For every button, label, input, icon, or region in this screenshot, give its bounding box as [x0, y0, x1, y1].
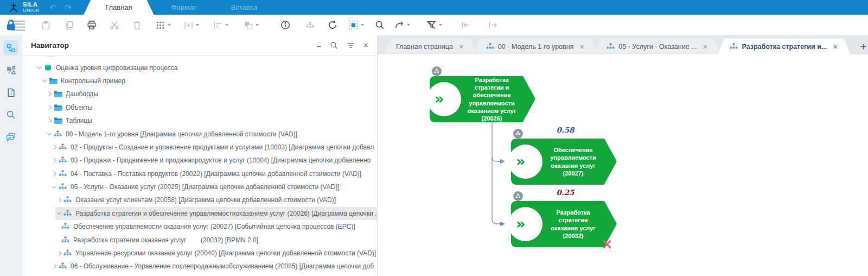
document-tab[interactable]: Разработка стратегии и...× — [718, 39, 850, 54]
arrange-icon[interactable] — [244, 19, 253, 31]
collapse-right-icon[interactable] — [488, 19, 497, 31]
menu-tab-Вставка[interactable]: Вставка — [214, 0, 275, 15]
align-icon[interactable] — [213, 19, 222, 31]
rail-navigator-icon[interactable] — [3, 40, 18, 55]
tree-row[interactable]: 06 - Обслуживание - Управление послепрод… — [22, 260, 377, 273]
navigator-filter-icon[interactable] — [347, 41, 355, 49]
tree-row[interactable]: Объекты — [22, 101, 377, 114]
expand-chevron-icon[interactable] — [50, 172, 58, 175]
lock-pages-icon[interactable] — [7, 19, 26, 31]
undo-icon[interactable]: ↶ — [49, 3, 56, 11]
tree-row[interactable]: 02 - Продукты - Создание и управление пр… — [22, 141, 377, 154]
filter-dropdown-caret[interactable] — [439, 24, 442, 26]
expand-chevron-icon[interactable] — [55, 198, 62, 202]
tree-row[interactable]: 03 - Продажи - Продвижение и продажапрод… — [22, 154, 377, 167]
print-icon[interactable] — [87, 19, 97, 31]
selection-icon[interactable] — [348, 19, 358, 31]
distribute-icon[interactable] — [184, 19, 193, 31]
tree-row[interactable]: Оказание услуг клиентам (20058) [Диаграм… — [22, 193, 377, 206]
tree-row[interactable]: 05 - Услуги - Оказание услуг (20025) [Ди… — [22, 180, 377, 193]
menu-tab-Формат[interactable]: Формат — [154, 0, 214, 15]
shape-notch — [508, 207, 542, 241]
shape-notch — [508, 145, 542, 179]
connector-line[interactable] — [492, 122, 500, 224]
expand-chevron-icon[interactable] — [46, 106, 53, 109]
grid-icon[interactable] — [156, 19, 165, 31]
tab-close-icon[interactable]: × — [458, 42, 464, 51]
distribute-dropdown-caret[interactable] — [196, 24, 199, 26]
info-icon[interactable] — [280, 19, 290, 31]
rail-search-icon[interactable] — [3, 107, 18, 122]
collapse-chevron-icon[interactable] — [50, 186, 58, 188]
tree-row[interactable]: 04 - Поставка - Поставка продуктов (2002… — [22, 167, 377, 180]
new-tab-button[interactable]: + — [860, 41, 866, 52]
collapse-chevron-icon[interactable] — [41, 80, 48, 81]
shape-label: Разработка стратегии и обеспечение управ… — [463, 76, 520, 122]
shape-value-label: 0.58 — [533, 126, 598, 134]
app-window: SILA UNION ↶ ↷ ГлавнаяФорматВставка — [0, 0, 868, 276]
chevron-double-icon: » — [435, 90, 444, 107]
tree-row-content: 05 - Услуги - Оказание услуг (20025) [Ди… — [50, 180, 377, 193]
tree-row[interactable]: Разработка стратегии и обеспечение управ… — [22, 207, 377, 220]
expand-chevron-icon[interactable] — [50, 146, 58, 149]
grid-dropdown-caret[interactable] — [168, 24, 171, 26]
paste-icon[interactable] — [41, 19, 50, 31]
hierarchy-icon[interactable] — [305, 19, 315, 31]
menu-tab-Главная[interactable]: Главная — [84, 0, 154, 15]
tree-item-label: 03 - Продажи - Продвижение и продажапрод… — [71, 156, 371, 164]
decomposition-badge-icon[interactable] — [513, 191, 523, 201]
navigator-minimize-icon[interactable]: – — [317, 42, 321, 49]
decomposition-badge-icon[interactable] — [513, 129, 523, 139]
shape-arrow-tip — [523, 76, 535, 122]
navigator-close-icon[interactable]: × — [363, 41, 368, 50]
vad-process-shape[interactable]: »Обеспечение управляемости оказания услу… — [511, 139, 617, 185]
tree-row[interactable]: Контрольный пример — [22, 74, 377, 87]
connector-line[interactable] — [492, 157, 500, 161]
document-tab[interactable]: Главная страница× — [384, 39, 476, 54]
collapse-chevron-icon[interactable] — [46, 133, 53, 135]
collapse-left-icon[interactable] — [461, 19, 470, 31]
copy-icon[interactable] — [65, 19, 74, 31]
refresh-icon[interactable] — [328, 19, 337, 31]
diagram-icon — [63, 196, 73, 204]
rail-shapes-icon[interactable] — [3, 62, 18, 78]
rail-comments-icon[interactable] — [3, 129, 18, 145]
document-tab[interactable]: 00 - Модель 1-го уровня× — [474, 39, 597, 54]
redo-step-icon[interactable] — [394, 19, 404, 31]
rail-document-info-icon[interactable] — [3, 85, 18, 100]
collapse-chevron-icon[interactable] — [55, 212, 62, 214]
decomposition-badge-icon[interactable] — [432, 66, 442, 76]
expand-chevron-icon[interactable] — [50, 159, 58, 162]
redo-dropdown-caret[interactable] — [407, 24, 410, 26]
align-dropdown-caret[interactable] — [225, 24, 228, 26]
expand-chevron-icon[interactable] — [55, 252, 62, 255]
tree-row[interactable]: Разработка стратегии оказания услуг (200… — [22, 233, 377, 246]
filter-off-icon[interactable] — [426, 19, 436, 31]
tree-row[interactable] — [22, 56, 377, 61]
expand-chevron-icon[interactable] — [50, 265, 58, 268]
cut-icon[interactable] — [110, 19, 119, 31]
delete-icon[interactable] — [132, 19, 142, 31]
tree-row[interactable]: Дашборды — [22, 87, 377, 101]
navigator-search-icon[interactable] — [330, 41, 338, 49]
diagram-canvas[interactable]: »Разработка стратегии и обеспечение упра… — [378, 54, 868, 276]
tree-row[interactable]: 00 - Модель 1-го уровня [Диаграмма цепоч… — [22, 127, 377, 140]
tree-row[interactable]: Оценка уровня цифровизации процесса — [22, 61, 377, 74]
expand-chevron-icon[interactable] — [46, 119, 53, 122]
tab-close-icon[interactable]: × — [703, 42, 709, 51]
selection-dropdown-caret[interactable] — [361, 24, 364, 26]
redo-icon[interactable]: ↷ — [65, 3, 72, 11]
search-icon[interactable] — [375, 19, 385, 31]
tree-item-label: Оказание услуг клиентам (20058) [Диаграм… — [75, 196, 336, 204]
tab-close-icon[interactable]: × — [579, 42, 585, 51]
tree-row[interactable]: 07 - — [22, 273, 377, 276]
arrange-dropdown-caret[interactable] — [256, 24, 259, 26]
tab-close-icon[interactable]: × — [832, 42, 838, 51]
tree-row[interactable]: Обеспечение управляемости оказания услуг… — [22, 220, 377, 233]
document-tab[interactable]: 05 - Услуги - Оказание ...× — [595, 39, 720, 54]
tree-row[interactable]: Управление ресурсами оказания услуг (200… — [22, 247, 377, 260]
vad-process-shape[interactable]: »Разработка стратегии и обеспечение упра… — [430, 76, 535, 122]
collapse-chevron-icon[interactable] — [36, 67, 43, 68]
expand-chevron-icon[interactable] — [46, 92, 53, 96]
tree-row[interactable]: Таблицы — [22, 114, 377, 127]
